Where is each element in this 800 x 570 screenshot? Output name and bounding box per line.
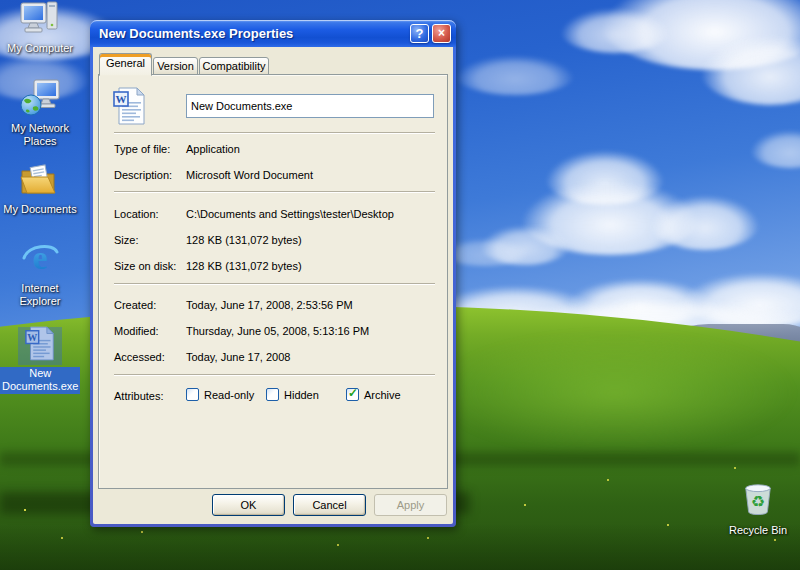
field-label: Size: (114, 234, 138, 246)
my-documents-icon (20, 163, 60, 201)
ok-button[interactable]: OK (212, 494, 285, 516)
word-document-icon: W (25, 326, 56, 365)
property-row-accessed: Accessed: Today, June 17, 2008 (99, 351, 447, 365)
internet-explorer-icon: e (21, 238, 59, 280)
recycle-bin-icon: ♻ (742, 481, 774, 522)
property-row-size: Size: 128 KB (131,072 bytes) (99, 234, 447, 248)
svg-text:e: e (32, 239, 47, 276)
archive-checkbox[interactable] (346, 388, 359, 401)
cloud (455, 55, 575, 95)
property-row-modified: Modified: Thursday, June 05, 2008, 5:13:… (99, 325, 447, 339)
dialog-body: General Version Compatibility W (93, 47, 453, 524)
icon-label: Recycle Bin (718, 524, 798, 537)
desktop-icon-my-documents[interactable]: My Documents (0, 163, 80, 216)
field-value: Microsoft Word Document (186, 169, 313, 181)
desktop-icon-internet-explorer[interactable]: e Internet Explorer (0, 242, 80, 308)
desktop-icon-new-documents-exe[interactable]: W New Documents.exe (0, 327, 80, 394)
apply-button[interactable]: Apply (374, 494, 447, 516)
field-value: Thursday, June 05, 2008, 5:13:16 PM (186, 325, 369, 337)
icon-label: My Network Places (0, 122, 80, 148)
field-label: Accessed: (114, 351, 165, 363)
attributes-row: Attributes: Read-only Hidden Archive (99, 390, 447, 408)
field-value: C:\Documents and Settings\tester\Desktop (186, 208, 394, 220)
desktop-icon-my-computer[interactable]: My Computer (0, 2, 80, 55)
property-row-type: Type of file: Application (99, 143, 447, 157)
field-value: 128 KB (131,072 bytes) (186, 260, 302, 272)
property-row-description: Description: Microsoft Word Document (99, 169, 447, 183)
my-computer-icon (20, 0, 60, 40)
field-value: Application (186, 143, 240, 155)
cloud (560, 8, 670, 53)
general-tab-panel: W Type of file: Application Description:… (98, 74, 448, 489)
property-row-location: Location: C:\Documents and Settings\test… (99, 208, 447, 222)
file-name-input[interactable] (186, 94, 434, 118)
close-button[interactable]: × (432, 24, 451, 43)
desktop-icon-my-network-places[interactable]: My Network Places (0, 82, 80, 148)
checkbox-label: Hidden (284, 389, 319, 401)
tab-general[interactable]: General (99, 53, 152, 76)
hidden-checkbox[interactable] (266, 388, 279, 401)
separator (114, 132, 435, 134)
help-button[interactable]: ? (410, 24, 429, 43)
icon-label: My Documents (0, 203, 80, 216)
svg-text:♻: ♻ (751, 492, 765, 511)
svg-text:W: W (116, 93, 127, 105)
icon-label: My Computer (0, 42, 80, 55)
svg-text:W: W (27, 332, 37, 343)
desktop-icon-recycle-bin[interactable]: ♻ Recycle Bin (718, 484, 798, 537)
field-value: Today, June 17, 2008 (186, 351, 290, 363)
cancel-button[interactable]: Cancel (293, 494, 366, 516)
word-document-icon: W (113, 87, 147, 129)
cloud (650, 195, 760, 250)
separator (114, 374, 435, 376)
separator (114, 283, 435, 285)
property-row-created: Created: Today, June 17, 2008, 2:53:56 P… (99, 299, 447, 313)
grass-vignette (0, 523, 800, 570)
icon-label: New Documents.exe (0, 367, 80, 394)
icon-label: Internet Explorer (0, 282, 80, 308)
separator (114, 191, 435, 193)
checkbox-label: Archive (364, 389, 401, 401)
readonly-checkbox[interactable] (186, 388, 199, 401)
dialog-titlebar[interactable]: New Documents.exe Properties ? × (90, 20, 456, 47)
checkbox-label: Read-only (204, 389, 254, 401)
attributes-label: Attributes: (114, 390, 164, 402)
field-label: Location: (114, 208, 159, 220)
field-label: Created: (114, 299, 156, 311)
field-value: Today, June 17, 2008, 2:53:56 PM (186, 299, 353, 311)
field-label: Size on disk: (114, 260, 176, 272)
field-label: Modified: (114, 325, 159, 337)
grass-highlight (420, 328, 800, 458)
field-label: Type of file: (114, 143, 170, 155)
field-value: 128 KB (131,072 bytes) (186, 234, 302, 246)
tab-compatibility[interactable]: Compatibility (199, 57, 269, 75)
dialog-title: New Documents.exe Properties (99, 26, 407, 41)
properties-dialog: New Documents.exe Properties ? × General… (90, 20, 456, 527)
field-label: Description: (114, 169, 172, 181)
property-row-size-on-disk: Size on disk: 128 KB (131,072 bytes) (99, 260, 447, 274)
my-network-places-icon (20, 79, 60, 120)
tab-version[interactable]: Version (153, 57, 198, 75)
